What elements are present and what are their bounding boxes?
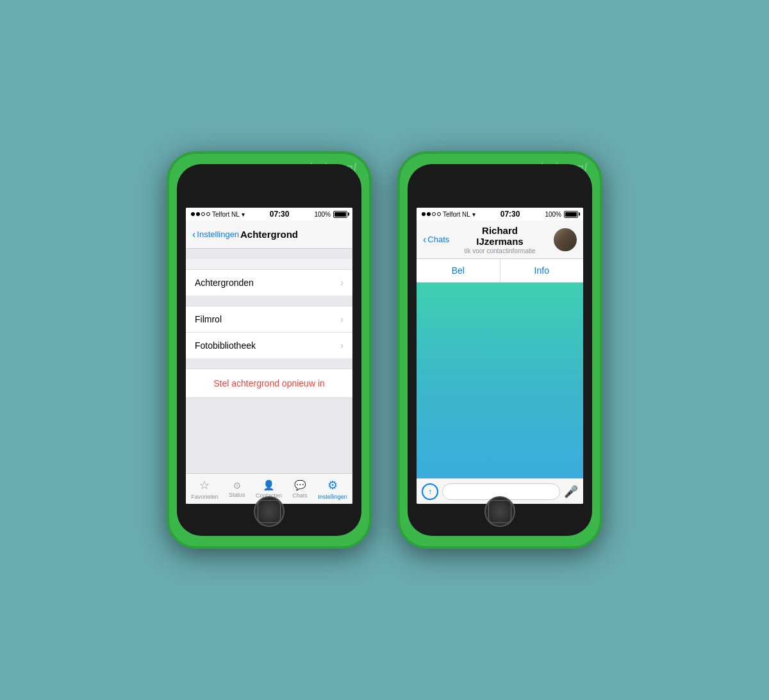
contact-info: Richard IJzermans tik voor contactinform…	[458, 225, 542, 254]
chevron-right-icon-3: ›	[340, 340, 343, 351]
battery-icon-2	[564, 211, 578, 218]
contact-subtitle: tik voor contactinformatie	[458, 247, 542, 254]
battery-fill-2	[565, 212, 577, 217]
avatar-image	[554, 228, 577, 251]
status-right-2: 100%	[545, 211, 578, 218]
dot3	[201, 212, 205, 216]
time-text-2: 07:30	[500, 210, 520, 219]
star-icon: ☆	[199, 478, 210, 492]
phone1-body: Telfort NL ▾ 07:30 100%	[177, 164, 361, 536]
chat-background	[417, 283, 583, 478]
battery-text-2: 100%	[545, 211, 561, 218]
nav-bar-phone1: ‹ Instellingen Achtergrond	[186, 221, 352, 249]
status-left-2: Telfort NL ▾	[422, 211, 475, 218]
item-label-filmrol: Filmrol	[195, 314, 222, 324]
dot3-2	[432, 212, 436, 216]
tab-chats[interactable]: 💬 Chats	[292, 479, 308, 499]
signal-dots-2	[422, 212, 441, 216]
home-button-phone2[interactable]	[484, 496, 515, 527]
wifi-icon-2: ▾	[472, 211, 475, 218]
status-left: Telfort NL ▾	[191, 211, 245, 218]
status-bar-phone2: Telfort NL ▾ 07:30 100%	[417, 208, 583, 221]
tab-favorieten[interactable]: ☆ Favorieten	[191, 478, 219, 500]
info-button[interactable]: Info	[500, 259, 584, 282]
back-label-2: Chats	[427, 235, 449, 244]
status-icon: ⊙	[233, 480, 241, 490]
reset-button[interactable]: Stel achtergrond opnieuw in	[186, 369, 352, 398]
send-icon: ↑	[428, 487, 432, 496]
tab-label-favorieten: Favorieten	[191, 494, 219, 500]
bel-button[interactable]: Bel	[417, 259, 500, 282]
phone1: appletips.nl Telfort NL	[167, 151, 372, 549]
back-button-phone1[interactable]: ‹ Instellingen	[192, 229, 239, 240]
carrier-text-2: Telfort NL	[443, 211, 470, 218]
carrier-text: Telfort NL	[212, 211, 240, 218]
status-bar-phone1: Telfort NL ▾ 07:30 100%	[186, 208, 352, 221]
action-bar: Bel Info	[417, 259, 583, 283]
back-chevron-icon: ‹	[192, 229, 195, 240]
home-button-inner	[258, 500, 281, 523]
chat-nav-bar: ‹ Chats Richard IJzermans tik voor conta…	[417, 221, 583, 259]
back-label: Instellingen	[197, 229, 239, 239]
phone2-screen: Telfort NL ▾ 07:30 100%	[417, 208, 583, 504]
contact-name: Richard IJzermans	[458, 225, 542, 247]
list-gap-reset	[186, 358, 352, 369]
dot2	[196, 212, 200, 216]
dot4-2	[437, 212, 441, 216]
tab-instellingen[interactable]: ⚙ Instellingen	[318, 478, 347, 500]
send-button[interactable]: ↑	[422, 483, 438, 500]
tab-status[interactable]: ⊙ Status	[229, 480, 245, 498]
dot4	[206, 212, 210, 216]
tab-label-instellingen: Instellingen	[318, 494, 347, 500]
tab-label-status: Status	[229, 492, 245, 498]
signal-dots	[191, 212, 210, 216]
dot2-2	[427, 212, 431, 216]
item-label-achtergronden: Achtergronden	[195, 278, 254, 288]
list-gap-middle	[186, 296, 352, 306]
dot1	[191, 212, 195, 216]
dot1-2	[422, 212, 426, 216]
tab-label-chats: Chats	[292, 492, 308, 499]
list-item-achtergronden[interactable]: Achtergronden ›	[186, 269, 352, 296]
battery-icon	[333, 211, 347, 218]
chevron-right-icon-2: ›	[340, 314, 343, 324]
back-chevron-icon-2: ‹	[423, 234, 426, 246]
phone2: appletips.nl Telfort NL	[397, 151, 602, 549]
home-button-inner-2	[488, 500, 511, 523]
status-right: 100%	[314, 211, 347, 218]
phone2-body: Telfort NL ▾ 07:30 100%	[408, 164, 592, 536]
contacts-icon: 👤	[263, 479, 275, 491]
home-button-phone1[interactable]	[254, 496, 285, 527]
mic-icon[interactable]: 🎤	[564, 485, 578, 499]
phone1-screen: Telfort NL ▾ 07:30 100%	[186, 208, 352, 504]
item-label-foto: Fotobibliotheek	[195, 340, 256, 351]
chevron-right-icon-1: ›	[340, 278, 343, 288]
battery-text: 100%	[314, 211, 331, 218]
tab-contacten[interactable]: 👤 Contacten	[256, 479, 282, 499]
list-gap-top	[186, 249, 352, 259]
settings-list-2: Filmrol › Fotobibliotheek ›	[186, 306, 352, 358]
avatar[interactable]	[554, 228, 577, 251]
back-button-phone2[interactable]: ‹ Chats	[423, 234, 449, 246]
chats-icon: 💬	[294, 479, 306, 491]
list-item-filmrol[interactable]: Filmrol ›	[186, 306, 352, 333]
battery-fill	[335, 212, 346, 217]
settings-icon: ⚙	[327, 478, 338, 492]
page-title-phone1: Achtergrond	[240, 229, 298, 240]
time-text: 07:30	[270, 210, 290, 219]
list-item-fotobibliotheek[interactable]: Fotobibliotheek ›	[186, 332, 352, 359]
settings-list: Achtergronden ›	[186, 269, 352, 296]
wifi-icon: ▾	[242, 211, 245, 218]
